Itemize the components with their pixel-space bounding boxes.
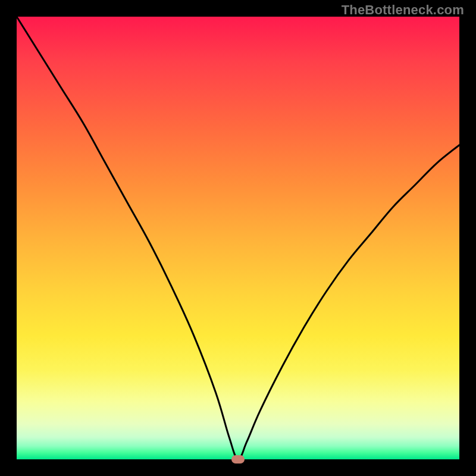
plot-area (17, 17, 459, 459)
chart-frame: TheBottleneck.com (0, 0, 476, 476)
curve-svg (17, 17, 459, 459)
optimum-marker (231, 455, 245, 464)
watermark-text: TheBottleneck.com (342, 2, 464, 18)
bottleneck-curve (17, 17, 459, 459)
